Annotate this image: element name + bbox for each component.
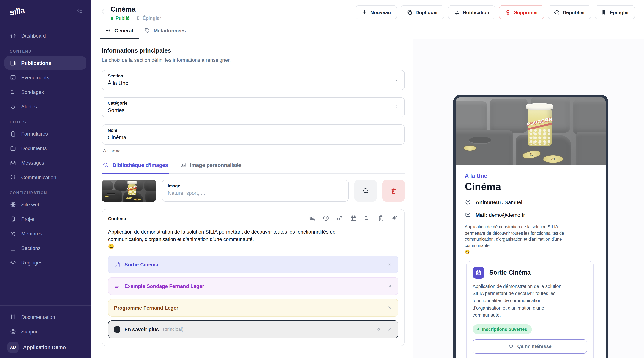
sidebar-item-communication[interactable]: Communication [4,171,86,184]
toolbar-poll-icon[interactable] [364,215,371,223]
animateur-value: Samuel [504,199,522,205]
sidebar: silia DashboardCONTENUPublicationsÉvénem… [0,0,90,358]
profile-name: Application Demo [23,345,66,350]
title-block: Cinéma Publié Épingler [111,5,161,21]
notification-button[interactable]: Notification [448,5,495,19]
remove-chip-button[interactable] [387,305,392,310]
image-delete-button[interactable] [382,180,405,202]
x-icon [387,305,392,310]
chip-programme-fernand-leger[interactable]: Programme Fernand Leger [108,299,398,317]
x-icon [387,284,392,289]
pin-indicator[interactable]: Épingler [136,16,161,21]
categorie-select[interactable]: Catégorie Sorties [102,97,405,117]
sidebar-collapse-button[interactable] [76,7,83,16]
media-tab-image-personnalisee[interactable]: Image personnalisée [179,159,242,174]
envelope-icon [465,212,471,218]
event-card-description: Application de démonstration de la solut… [472,283,572,319]
toolbar-link-icon[interactable] [336,215,343,223]
sidebar-item-label: Publications [21,60,51,66]
sidebar-item-formulaires[interactable]: Formulaires [4,127,86,140]
sidebar-item-documents[interactable]: Documents [4,142,86,155]
badge-dot-icon [478,328,479,330]
back-button[interactable] [100,8,107,16]
remove-chip-button[interactable] [387,284,392,289]
poll-icon [114,283,120,289]
sidebar-item-membres[interactable]: Membres [4,227,86,240]
sidebar-item-support[interactable]: Support [4,325,86,338]
image-search-button[interactable] [354,180,377,202]
depublier-button[interactable]: Dépublier [548,5,591,19]
sidebar-item-sections[interactable]: Sections [4,241,86,255]
avatar: AD [8,342,19,353]
sidebar-item-evenements[interactable]: Événements [4,71,86,84]
sidebar-item-alertes[interactable]: Alertes [4,100,86,113]
grid-icon [10,245,16,252]
toolbar-calendar-icon[interactable] [350,215,357,223]
clipboard-icon [10,130,16,137]
copy-icon [406,9,412,15]
edit-chip-button[interactable] [376,327,381,332]
chip-sortie-cinema[interactable]: Sortie Cinéma [108,256,398,274]
mail-label: Mail: [476,212,488,218]
sidebar-item-projet[interactable]: Projet [4,212,86,226]
nom-input[interactable]: Nom Cinéma [102,124,405,145]
tab-general[interactable]: Général [100,24,139,39]
sidebar-item-sondages[interactable]: Sondages [4,85,86,99]
toolbar-smiley-icon[interactable] [322,215,330,223]
toolbar-paperclip-icon[interactable] [391,215,398,223]
sidebar-item-messages[interactable]: Messages [4,156,86,169]
content-body: Informations principales Le choix de la … [90,39,644,358]
nav-section-header: CONTENU [4,49,86,53]
button-label: Nouveau [370,9,391,15]
remove-chip-button[interactable] [387,262,392,267]
users-icon [10,230,16,237]
pencil-icon [376,327,381,332]
media-tab-bibliotheque-d-images[interactable]: Bibliothèque d'images [102,159,169,174]
dupliquer-button[interactable]: Dupliquer [401,5,444,19]
preview-body: À la Une Cinéma Animateur: Samuel Mail: … [456,165,606,254]
slug-text: /cinema [102,148,405,153]
sidebar-item-label: Messages [21,160,44,166]
image-search-input[interactable]: Image Nature, sport, ... [162,180,349,202]
sidebar-item-label: Documentation [21,314,55,320]
sidebar-item-reglages[interactable]: Réglages [4,256,86,269]
tab-metadonnees[interactable]: Métadonnées [139,24,192,39]
section-select[interactable]: Section À la Une [102,70,405,90]
field-label: Image [168,184,343,188]
toolbar-clipboard-icon[interactable] [378,215,384,223]
bell-icon [454,9,460,15]
contenu-text[interactable]: Application de démonstration de la solut… [108,228,354,243]
chip-label: Sortie Cinéma [124,262,158,267]
chip-label: Exemple Sondage Fernand Leger [124,283,204,289]
epingler-button[interactable]: Épingler [595,5,635,19]
main-column: Cinéma Publié Épingler NouveauDupliquerN… [90,0,644,358]
sidebar-item-site-web[interactable]: Site web [4,198,86,211]
chip-label: Programme Fernand Leger [114,305,178,311]
field-placeholder: Nature, sport, ... [168,190,205,196]
gear-icon [105,27,111,33]
header-actions: NouveauDupliquerNotificationSupprimerDép… [356,5,635,19]
contenu-editor[interactable]: Contenu Application de démonstration de … [102,209,405,346]
app-window: silia DashboardCONTENUPublicationsÉvénem… [0,0,644,358]
nouveau-button[interactable]: Nouveau [356,5,397,19]
profile-menu[interactable]: AD Application Demo [4,339,86,354]
tabs-row: GénéralMétadonnées [90,24,644,39]
preview-kicker: À la Une [465,172,597,179]
newspaper-icon [10,60,16,66]
sidebar-item-dashboard[interactable]: Dashboard [4,29,86,42]
supprimer-button[interactable]: Supprimer [499,5,544,19]
remove-chip-button[interactable] [387,327,392,332]
mail-row: Mail: demo@demo.fr [465,212,597,218]
pin-label: Épingler [142,16,161,21]
x-icon [387,262,392,267]
smartphone-icon [10,216,16,222]
chip-en-savoir-plus[interactable]: En savoir plus(principal) [108,320,398,338]
media-row: POPCORN 20 21 Image Nature, sport, ... [102,180,405,202]
toolbar-image-add-icon[interactable] [308,215,316,223]
chip-exemple-sondage-fernand-leger[interactable]: Exemple Sondage Fernand Leger [108,277,398,295]
sidebar-item-documentation[interactable]: Documentation [4,310,86,324]
sidebar-item-label: Alertes [21,104,37,109]
poll-icon [364,215,371,222]
image-thumbnail[interactable]: POPCORN 20 21 [102,180,156,202]
sidebar-item-publications[interactable]: Publications [4,56,86,70]
